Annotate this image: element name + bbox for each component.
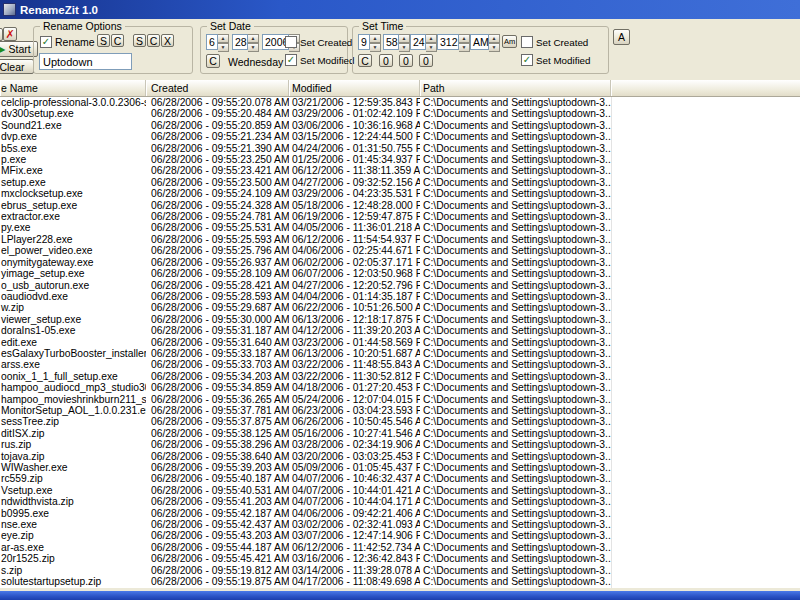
date-month-spinner[interactable]: 6▲▼ bbox=[206, 34, 229, 50]
table-row[interactable]: WIWasher.exe06/28/2006 - 09:55:39.203 AM… bbox=[0, 462, 800, 473]
table-row[interactable]: b5s.exe06/28/2006 - 09:55:21.390 AM04/24… bbox=[0, 143, 800, 154]
spinner-value[interactable]: 58 bbox=[383, 34, 399, 50]
table-row[interactable]: el_power_video.exe06/28/2006 - 09:55:25.… bbox=[0, 245, 800, 256]
table-row[interactable]: edit.exe06/28/2006 - 09:55:31.640 AM03/2… bbox=[0, 337, 800, 348]
table-row[interactable]: o_usb_autorun.exe06/28/2006 - 09:55:28.4… bbox=[0, 280, 800, 291]
header-modified[interactable]: Modified bbox=[289, 80, 420, 96]
time-created-checkbox-box[interactable] bbox=[521, 36, 533, 48]
table-row[interactable]: Sound21.exe06/28/2006 - 09:55:20.859 AM0… bbox=[0, 120, 800, 131]
table-row[interactable]: MonitorSetup_AOL_1.0.0.231.exe06/28/2006… bbox=[0, 405, 800, 416]
table-row[interactable]: sessTree.zip06/28/2006 - 09:55:37.875 AM… bbox=[0, 416, 800, 427]
table-row[interactable]: yimage_setup.exe06/28/2006 - 09:55:28.10… bbox=[0, 268, 800, 279]
header-created[interactable]: Created bbox=[146, 80, 289, 96]
table-row[interactable]: onymitygateway.exe06/28/2006 - 09:55:26.… bbox=[0, 257, 800, 268]
time-zero1-button[interactable]: 0 bbox=[379, 54, 393, 67]
spinner-value[interactable]: 312 bbox=[437, 34, 459, 50]
table-row[interactable]: solutestartupsetup.zip06/28/2006 - 09:55… bbox=[0, 576, 800, 587]
time-set-created-checkbox[interactable]: Set Created bbox=[521, 36, 588, 48]
time-zero3-button[interactable]: 0 bbox=[419, 54, 433, 67]
down-arrow-icon[interactable]: ▼ bbox=[426, 43, 437, 52]
up-arrow-icon[interactable]: ▲ bbox=[370, 34, 381, 43]
up-arrow-icon[interactable]: ▲ bbox=[248, 34, 259, 43]
date-day-spinner[interactable]: 28▲▼ bbox=[232, 34, 259, 50]
spinner-value[interactable]: 28 bbox=[232, 34, 248, 50]
table-row[interactable]: rc559.zip06/28/2006 - 09:55:40.187 AM04/… bbox=[0, 473, 800, 484]
table-row[interactable]: b0995.exe06/28/2006 - 09:55:42.187 AM04/… bbox=[0, 508, 800, 519]
table-row[interactable]: ebrus_setup.exe06/28/2006 - 09:55:24.328… bbox=[0, 200, 800, 211]
table-row[interactable]: hampoo_movieshrinkburn211_se.exe06/28/20… bbox=[0, 394, 800, 405]
down-arrow-icon[interactable]: ▼ bbox=[399, 43, 410, 52]
rename-checkbox[interactable]: ✓ Rename bbox=[40, 36, 95, 48]
file-list-body[interactable]: celclip-professional-3.0.0.2306-set...06… bbox=[0, 97, 800, 588]
time-set-modified-checkbox[interactable]: ✓ Set Modified bbox=[521, 54, 590, 66]
rename-text-input[interactable] bbox=[39, 53, 132, 70]
table-row[interactable]: MFix.exe06/28/2006 - 09:55:23.421 AM06/1… bbox=[0, 165, 800, 176]
down-arrow-icon[interactable]: ▼ bbox=[248, 43, 259, 52]
table-row[interactable]: py.exe06/28/2006 - 09:55:25.531 AM04/05/… bbox=[0, 222, 800, 233]
titlebar[interactable]: RenameZit 1.0 bbox=[0, 0, 800, 19]
down-arrow-icon[interactable]: ▼ bbox=[459, 43, 470, 52]
table-row[interactable]: ndwidthvista.zip06/28/2006 - 09:55:41.20… bbox=[0, 496, 800, 507]
table-row[interactable]: mxclocksetup.exe06/28/2006 - 09:55:24.10… bbox=[0, 188, 800, 199]
up-arrow-icon[interactable]: ▲ bbox=[426, 34, 437, 43]
table-row[interactable]: w.zip06/28/2006 - 09:55:29.687 AM06/22/2… bbox=[0, 302, 800, 313]
table-row[interactable]: ar-as.exe06/28/2006 - 09:55:44.187 AM06/… bbox=[0, 542, 800, 553]
time-hour-spinner[interactable]: 9▲▼ bbox=[358, 34, 381, 50]
ampm-toggle-button[interactable]: Am bbox=[502, 35, 517, 48]
up-arrow-icon[interactable]: ▲ bbox=[489, 34, 500, 43]
table-row[interactable]: setup.exe06/28/2006 - 09:55:23.500 AM04/… bbox=[0, 177, 800, 188]
date-c-button[interactable]: C bbox=[206, 54, 220, 68]
table-row[interactable]: s.zip06/28/2006 - 09:55:19.812 AM03/14/2… bbox=[0, 565, 800, 576]
table-row[interactable]: oonix_1_1_full_setup.exe06/28/2006 - 09:… bbox=[0, 371, 800, 382]
up-arrow-icon[interactable]: ▲ bbox=[399, 34, 410, 43]
header-name[interactable]: e Name bbox=[0, 80, 146, 96]
table-row[interactable]: viewer_setup.exe06/28/2006 - 09:55:30.00… bbox=[0, 314, 800, 325]
clear-button[interactable]: Clear bbox=[0, 59, 34, 74]
spinner-value[interactable]: 9 bbox=[358, 34, 370, 50]
up-arrow-icon[interactable]: ▲ bbox=[459, 34, 470, 43]
table-row[interactable]: dvp.exe06/28/2006 - 09:55:21.234 AM03/15… bbox=[0, 131, 800, 142]
table-row[interactable]: esGalaxyTurboBooster_installer.exe06/28/… bbox=[0, 348, 800, 359]
table-row[interactable]: arss.exe06/28/2006 - 09:55:33.703 AM03/2… bbox=[0, 359, 800, 370]
table-row[interactable]: LPlayer228.exe06/28/2006 - 09:55:25.593 … bbox=[0, 234, 800, 245]
header-path[interactable]: Path bbox=[420, 80, 611, 96]
date-set-modified-checkbox[interactable]: ✓ Set Modified bbox=[285, 54, 354, 66]
table-row[interactable]: tojava.zip06/28/2006 - 09:55:38.640 AM03… bbox=[0, 451, 800, 462]
date-set-created-checkbox[interactable]: Set Created bbox=[285, 36, 352, 48]
table-row[interactable]: Vsetup.exe06/28/2006 - 09:55:40.531 AM04… bbox=[0, 485, 800, 496]
table-row[interactable]: ditISX.zip06/28/2006 - 09:55:38.125 AM05… bbox=[0, 428, 800, 439]
table-row[interactable]: p.exe06/28/2006 - 09:55:23.250 AM01/25/2… bbox=[0, 154, 800, 165]
table-row[interactable]: extractor.exe06/28/2006 - 09:55:24.781 A… bbox=[0, 211, 800, 222]
time-modified-checkbox-box[interactable]: ✓ bbox=[521, 54, 533, 66]
rename-x-button[interactable]: X bbox=[161, 34, 174, 47]
table-row[interactable]: hampoo_audiocd_mp3_studio300_s...06/28/2… bbox=[0, 382, 800, 393]
time-c-button[interactable]: C bbox=[358, 54, 372, 67]
spinner-value[interactable]: 24 bbox=[410, 34, 426, 50]
rename-s-button[interactable]: S bbox=[97, 34, 110, 47]
a-button[interactable]: A bbox=[613, 29, 630, 45]
table-row[interactable]: rus.zip06/28/2006 - 09:55:38.296 AM03/28… bbox=[0, 439, 800, 450]
date-modified-checkbox-box[interactable]: ✓ bbox=[285, 54, 297, 66]
delete-button[interactable]: ✗ bbox=[3, 27, 17, 41]
spinner-value[interactable]: 6 bbox=[206, 34, 218, 50]
down-arrow-icon[interactable]: ▼ bbox=[370, 43, 381, 52]
down-arrow-icon[interactable]: ▼ bbox=[218, 43, 229, 52]
table-row[interactable]: doraIns1-05.exe06/28/2006 - 09:55:31.187… bbox=[0, 325, 800, 336]
rename-checkbox-box[interactable]: ✓ bbox=[40, 36, 52, 48]
date-created-checkbox-box[interactable] bbox=[285, 36, 297, 48]
table-row[interactable]: nse.exe06/28/2006 - 09:55:42.437 AM03/02… bbox=[0, 519, 800, 530]
table-row[interactable]: oaudiodvd.exe06/28/2006 - 09:55:28.593 A… bbox=[0, 291, 800, 302]
rename-c-button[interactable]: C bbox=[111, 34, 124, 47]
table-row[interactable]: dv300setup.exe06/28/2006 - 09:55:20.484 … bbox=[0, 108, 800, 119]
rename-s2-button[interactable]: S bbox=[133, 34, 146, 47]
time-second-spinner[interactable]: 24▲▼ bbox=[410, 34, 437, 50]
time-zero2-button[interactable]: 0 bbox=[399, 54, 413, 67]
time-ampm-spinner[interactable]: AM▲▼ bbox=[470, 34, 500, 50]
spinner-value[interactable]: AM bbox=[470, 34, 489, 50]
table-row[interactable]: 20r1525.zip06/28/2006 - 09:55:45.421 AM0… bbox=[0, 553, 800, 564]
table-row[interactable]: celclip-professional-3.0.0.2306-set...06… bbox=[0, 97, 800, 108]
up-arrow-icon[interactable]: ▲ bbox=[218, 34, 229, 43]
time-millis-spinner[interactable]: 312▲▼ bbox=[437, 34, 470, 50]
table-row[interactable]: eye.zip06/28/2006 - 09:55:43.203 AM03/07… bbox=[0, 530, 800, 541]
time-minute-spinner[interactable]: 58▲▼ bbox=[383, 34, 410, 50]
